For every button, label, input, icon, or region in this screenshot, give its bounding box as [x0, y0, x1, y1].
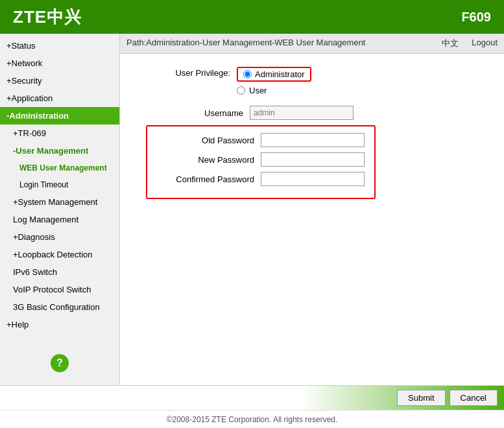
- radio-user[interactable]: [237, 86, 245, 95]
- sidebar: +Status +Network +Security +Application …: [0, 34, 120, 385]
- language-link[interactable]: 中文: [442, 38, 459, 49]
- old-password-label: Old Password: [157, 136, 261, 145]
- sidebar-item-diagnosis[interactable]: +Diagnosis: [0, 228, 119, 246]
- sidebar-item-network[interactable]: +Network: [0, 54, 119, 72]
- sidebar-item-login-timeout[interactable]: Login Timeout: [0, 176, 119, 193]
- old-password-row: Old Password: [157, 133, 365, 147]
- privilege-admin-option[interactable]: Administrator: [237, 67, 311, 82]
- help-button[interactable]: ?: [51, 354, 69, 372]
- sidebar-item-tr069[interactable]: +TR-069: [0, 125, 119, 142]
- cancel-button[interactable]: Cancel: [450, 390, 498, 406]
- confirm-password-label: Confirmed Password: [157, 174, 261, 184]
- sidebar-item-administration[interactable]: -Administration: [0, 107, 119, 125]
- new-password-label: New Password: [157, 155, 261, 165]
- sidebar-item-application[interactable]: +Application: [0, 89, 119, 107]
- sidebar-item-system-mgmt[interactable]: +System Management: [0, 193, 119, 211]
- path-links: 中文 Logout: [442, 38, 498, 49]
- header: ZTE中兴 F609: [0, 0, 504, 34]
- confirm-password-row: Confirmed Password: [157, 172, 365, 186]
- new-password-row: New Password: [157, 152, 365, 167]
- content-area: Path:Administration-User Management-WEB …: [120, 34, 504, 385]
- form-area: User Privilege: Administrator User: [120, 54, 504, 385]
- radio-admin[interactable]: [243, 70, 252, 78]
- sidebar-item-voip[interactable]: VoIP Protocol Switch: [0, 281, 119, 298]
- footer: ©2008-2015 ZTE Corporation. All rights r…: [0, 410, 504, 428]
- bottom-bar: Submit Cancel: [0, 385, 504, 410]
- username-input[interactable]: [250, 106, 354, 120]
- username-row: Username: [146, 106, 478, 120]
- privilege-user-option[interactable]: User: [237, 86, 311, 95]
- sidebar-item-security[interactable]: +Security: [0, 72, 119, 89]
- admin-selected-box: Administrator: [237, 67, 311, 82]
- sidebar-item-ipv6[interactable]: IPv6 Switch: [0, 263, 119, 281]
- password-box: Old Password New Password Confirmed Pass…: [146, 125, 376, 199]
- new-password-input[interactable]: [261, 152, 365, 167]
- admin-label: Administrator: [255, 69, 305, 79]
- submit-button[interactable]: Submit: [397, 390, 445, 406]
- breadcrumb: Path:Administration-User Management-WEB …: [126, 38, 365, 49]
- privilege-row: User Privilege: Administrator User: [146, 67, 478, 95]
- footer-text: ©2008-2015 ZTE Corporation. All rights r…: [167, 415, 338, 424]
- path-bar: Path:Administration-User Management-WEB …: [120, 34, 504, 54]
- logout-link[interactable]: Logout: [472, 38, 498, 49]
- model-number: F609: [461, 10, 491, 25]
- sidebar-item-help[interactable]: +Help: [0, 316, 119, 333]
- sidebar-item-loopback[interactable]: +Loopback Detection: [0, 246, 119, 263]
- sidebar-item-web-user-mgmt[interactable]: WEB User Management: [0, 160, 119, 176]
- zte-logo: ZTE中兴: [13, 6, 82, 29]
- username-label: Username: [146, 108, 250, 118]
- user-label: User: [249, 86, 267, 95]
- privilege-options: Administrator User: [237, 67, 311, 95]
- old-password-input[interactable]: [261, 133, 365, 147]
- sidebar-item-3g-config[interactable]: 3G Basic Configuration: [0, 298, 119, 316]
- sidebar-item-user-management[interactable]: -User Management: [0, 142, 119, 160]
- main-wrapper: +Status +Network +Security +Application …: [0, 34, 504, 385]
- privilege-label: User Privilege:: [146, 67, 237, 78]
- confirm-password-input[interactable]: [261, 172, 365, 186]
- sidebar-item-status[interactable]: +Status: [0, 37, 119, 54]
- sidebar-item-log-mgmt[interactable]: Log Management: [0, 211, 119, 228]
